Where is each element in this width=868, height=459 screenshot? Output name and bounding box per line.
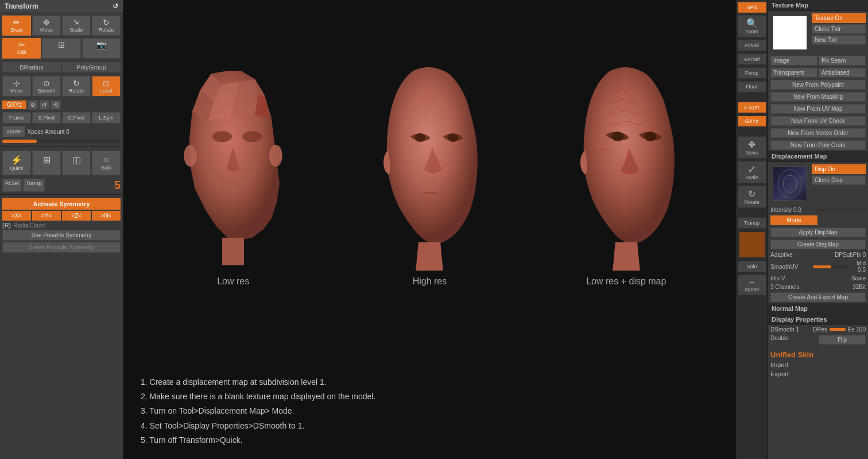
viewport-content: Low res: [123, 0, 736, 459]
quick-icon: ⚡: [11, 155, 22, 165]
polygroup-label[interactable]: PolyGroup: [62, 62, 121, 72]
rotate-button[interactable]: ↻ Rotate: [92, 16, 121, 36]
new-from-polypaint-button[interactable]: New From Polypaint: [770, 80, 866, 90]
lsym-btn[interactable]: L.Sym: [92, 112, 121, 124]
small-btn-3[interactable]: ⟲: [51, 100, 61, 110]
cube-btn[interactable]: ◫: [62, 151, 91, 175]
spivot-btn[interactable]: S.Pivot: [32, 112, 61, 124]
aahalf-button[interactable]: AAHalf: [738, 53, 766, 65]
spix-button[interactable]: SPix: [738, 2, 766, 13]
quick-btn[interactable]: ⚡ Quick: [2, 151, 31, 175]
floor-button[interactable]: Floor: [738, 81, 766, 92]
disp-map-group: Low res + disp map: [557, 41, 695, 287]
small-btn-1[interactable]: ⊘: [28, 100, 38, 110]
activate-symmetry-button[interactable]: Activate Symmetry: [2, 198, 121, 210]
scale-icon: ⇲: [73, 18, 80, 26]
new-from-poly-order-button[interactable]: New From Poly Order: [770, 140, 866, 150]
rotate-nav-button[interactable]: ↻ Rotate: [738, 186, 766, 208]
xpose-button[interactable]: Xpose: [2, 126, 25, 137]
xpose-slider[interactable]: [2, 140, 121, 143]
new-from-uv-check-button[interactable]: New From UV Check: [770, 116, 866, 126]
gxyz-nav-button[interactable]: GXYz: [738, 115, 766, 127]
small-btn-2[interactable]: ↺: [39, 100, 49, 110]
disp-on-button[interactable]: Disp On: [812, 164, 866, 174]
sym-section: Activate Symmetry >X< >Y< >Z< >N< (R) Ra…: [0, 196, 123, 255]
new-from-masking-button[interactable]: New From Masking: [770, 92, 866, 102]
flip-v-row: Flip V Scale: [768, 274, 868, 283]
fix-seam-button[interactable]: Fix Seam: [819, 56, 866, 65]
persp-button[interactable]: Persp: [738, 67, 766, 79]
xyz-button[interactable]: GXYz: [2, 101, 26, 109]
local-tool-btn[interactable]: ⊡ Local: [92, 76, 121, 97]
instruction-4: 4. Set Tool>Display Properties>DSmooth t…: [141, 419, 375, 433]
create-export-button[interactable]: Create And Export Map: [770, 292, 866, 302]
export-label[interactable]: Export: [770, 369, 866, 379]
clone-disp-button[interactable]: Clone Disp: [812, 175, 866, 185]
texture-row: Texture On Clone Txtr New Txtr: [768, 11, 868, 55]
delete-posable-button[interactable]: Delete Posable Symmetry: [2, 242, 121, 253]
use-posable-button[interactable]: Use Posable Symmetry: [2, 230, 121, 241]
display-props-title: Display Properties: [768, 314, 868, 325]
smooth-uv-fill: [813, 265, 831, 268]
scale-nav-button[interactable]: ⤢ Scale: [738, 161, 766, 183]
intensity-row: Intensity 0.0: [768, 206, 868, 214]
cpivot-btn[interactable]: C.Pivot: [62, 112, 91, 124]
texture-on-button[interactable]: Texture On: [812, 13, 866, 23]
grid-button[interactable]: ⊞: [42, 38, 80, 59]
antialiased-button[interactable]: Antialiased: [819, 68, 866, 78]
transp-nav-button[interactable]: Transp: [738, 217, 766, 229]
move-tools: ⊹ Move ⊙ Smooth ↻ Rotate ⊡ Local: [0, 74, 123, 99]
zoom-button[interactable]: 🔍 Zoom: [738, 15, 766, 37]
sym-n-btn[interactable]: >N<: [92, 211, 121, 221]
instruction-3: 3. Turn on Tool>Displacement Map> Mode.: [141, 404, 375, 418]
actual-button[interactable]: Actual: [738, 40, 766, 51]
smooth-tool-btn[interactable]: ⊙ Smooth: [32, 76, 61, 97]
draw-button[interactable]: ✏ Draw: [2, 16, 31, 36]
adaptive-val: DPSubPix 0: [835, 252, 866, 258]
solo-nav-button[interactable]: Solo: [738, 261, 766, 272]
lsym-nav-button[interactable]: L.Sym: [738, 102, 766, 113]
transp-btn[interactable]: Transp: [23, 179, 45, 192]
intensity-slider[interactable]: [813, 209, 866, 211]
apply-dispmap-button[interactable]: Apply DispMap: [770, 227, 866, 237]
create-dispmap-button[interactable]: Create DispMap: [770, 240, 866, 249]
mesh-btn[interactable]: ⊞: [32, 151, 61, 175]
dsmooth-slider[interactable]: [830, 328, 846, 331]
sym-y-btn[interactable]: >Y<: [32, 211, 61, 221]
pt-sel-btn[interactable]: Pt.Sel: [2, 179, 22, 192]
solo-btn[interactable]: ○ Solo: [92, 151, 121, 175]
new-from-uv-map-button[interactable]: New From UV Map: [770, 104, 866, 114]
transform-header: Transform ↺: [0, 0, 123, 13]
channels-row: 3 Channels 32Bit: [768, 283, 868, 291]
move-button[interactable]: ✥ Move: [32, 16, 61, 36]
sym-x-btn[interactable]: >X<: [2, 211, 31, 221]
new-txtr-button[interactable]: New Txtr: [812, 35, 866, 45]
rotate-tool-btn[interactable]: ↻ Rotate: [62, 76, 91, 97]
double-label: Double: [770, 335, 817, 345]
xpose-nav-button[interactable]: ↔ Xpose: [738, 275, 766, 295]
sym-z-btn[interactable]: >Z<: [62, 211, 91, 221]
image-button[interactable]: Image: [770, 56, 817, 65]
move-tool-btn[interactable]: ⊹ Move: [2, 76, 31, 97]
mode-button[interactable]: Mode: [770, 215, 817, 225]
scale-button[interactable]: ⇲ Scale: [62, 16, 91, 36]
rotate-icon: ↻: [103, 18, 110, 26]
flip-button[interactable]: Flip: [819, 335, 866, 345]
bradius-label[interactable]: BRadius: [2, 62, 61, 72]
refresh-icon[interactable]: ↺: [113, 2, 118, 10]
r-label: (R): [2, 222, 11, 229]
svg-point-9: [242, 131, 262, 142]
new-from-vertex-order-button[interactable]: New From Vertex Order: [770, 128, 866, 138]
transparent-button[interactable]: Transparent: [770, 68, 817, 78]
center-viewport: Low res: [123, 0, 736, 459]
smooth-uv-slider[interactable]: [813, 265, 849, 268]
edit-button[interactable]: ✂ Edit: [2, 38, 41, 59]
frame-btn[interactable]: Frame: [2, 112, 31, 124]
import-label[interactable]: Import: [770, 360, 866, 369]
high-res-group: High res: [361, 41, 498, 287]
move-nav-button[interactable]: ✥ Move: [738, 136, 766, 159]
camera-button[interactable]: 📷: [82, 38, 121, 59]
clone-txtr-button[interactable]: Clone Txtr: [812, 24, 866, 34]
svg-point-16: [644, 132, 656, 141]
solo-icon: ○: [103, 155, 109, 165]
